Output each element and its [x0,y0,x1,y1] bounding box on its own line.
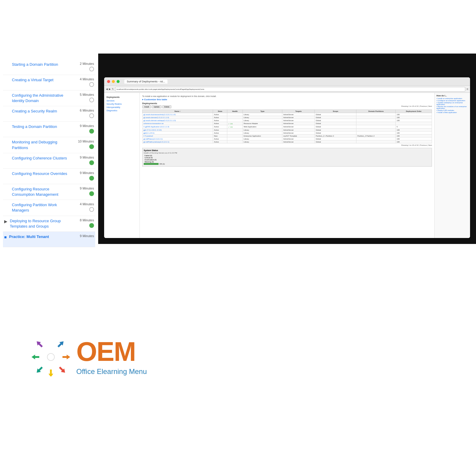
course-title[interactable]: Configuring Coherence Clusters [12,156,67,161]
table-row[interactable]: gjl.oracle.businessactivity(1.0,12.2.1.1… [143,113,432,116]
minutes-label: 9 Minutes [80,234,94,238]
how-do-item-4[interactable]: • Monitor the modules of an enterprise a… [436,106,468,109]
how-do-item-2[interactable]: • Configure an enterprise application [436,100,468,101]
sidebar-item-configuring-coherence-clusters[interactable]: Configuring Coherence Clusters 9 Minutes [3,153,95,169]
col-domain-partitions[interactable]: Domain Partitions [356,110,396,113]
sidebar-item-testing-domain-partition[interactable]: Testing a Domain Partition 9 Minutes [3,122,95,137]
minutes-label: 2 Minutes [80,62,94,65]
svg-marker-4 [62,355,70,359]
table-row[interactable]: coherence.transaction.rarActive✓ OKResou… [143,122,432,125]
how-do-item-6[interactable]: • Install a Web application [436,112,468,113]
browser-minimize-btn[interactable] [112,80,115,83]
svg-marker-2 [32,355,39,359]
table-row[interactable]: gjl.cldPlatory(1.0,12.2.1)ActiveLibraryA… [143,137,432,140]
table-row[interactable]: X gjDNS-Application (13.2.1.1.0)Active✓ … [143,125,432,129]
minutes-label: 6 Minutes [80,109,94,112]
course-title[interactable]: Creating a Security Realm [12,109,57,114]
table-row[interactable]: gjl.oracle.domain(1.0,12.2.1.1.0)ActiveL… [143,116,432,119]
minutes-label: 9 Minutes [80,124,94,128]
customize-link[interactable]: ▸ Customize this table [142,98,432,101]
how-do-item-1[interactable]: • Install an enterprise application [436,98,468,99]
course-title[interactable]: Configuring Resource Overrides [12,171,67,176]
course-title[interactable]: Practice: Multi Tenant [9,234,49,239]
deployments-subtitle: Deployments [142,102,432,105]
forward-btn[interactable]: ▶ [109,88,111,90]
sidebar-item-configuring-resource-consumption[interactable]: Configuring Resource Consumption Managem… [3,184,95,200]
address-bar[interactable]: localhost:t8/consolejsoracle.portlet.ntb… [115,87,465,92]
sidebar-item-diagnostics[interactable]: Diagnostics [104,109,140,112]
status-indicator [89,160,94,165]
label-overloaded: Overloaded (0) [145,159,156,161]
svg-marker-5 [35,366,44,375]
pagination-bottom[interactable]: Showing 1 to 18 of 32 | Previous | Next [142,144,432,146]
svg-marker-7 [58,366,67,375]
item-icon [4,140,10,145]
sidebar-item-creating-virtual-target[interactable]: Creating a Virtual Target 4 Minutes [3,75,95,90]
table-row[interactable]: gjl.cldPlatforynebstzpt1.9,12.2.1)Active… [143,140,432,143]
course-title[interactable]: Starting a Domain Partition [12,62,58,67]
item-icon [4,62,10,68]
col-targets[interactable]: Targets [282,110,315,113]
course-title[interactable]: Creating a Virtual Target [12,77,54,83]
sidebar-item-monitoring-debugging[interactable]: Monitoring and Debugging Partitions 10 M… [3,137,95,153]
sidebar-item-configuring-partition-work[interactable]: Configuring Partition Work Managers 4 Mi… [3,200,95,216]
status-indicator [89,82,94,87]
label-warning: Warning (0) [145,161,154,163]
course-title[interactable]: Configuring Partition Work Managers [12,202,70,213]
pagination-top[interactable]: Showing 1 to 18 of 32 | Previous | Next [401,105,432,108]
sidebar-item-services[interactable]: Services [104,99,140,102]
status-indicator [89,176,94,181]
item-icon [4,125,10,130]
sidebar-item-creating-security-realm[interactable]: Creating a Security Realm 6 Minutes [3,106,95,122]
how-do-item-3[interactable]: • Update (redeploy) an enterprise applic… [436,102,468,105]
action-buttons-row: Install Update Delete Showing 1 to 18 of… [142,105,432,108]
browser-tab[interactable]: Summary of Deployments - rst... [124,79,167,84]
item-icon [4,109,10,115]
reload-btn[interactable]: ↻ [112,88,114,90]
item-icon [4,156,10,162]
label-critical: Critical (0) [145,157,153,159]
minutes-label: 9 Minutes [80,156,94,159]
course-title[interactable]: Testing a Domain Partition [12,124,57,129]
course-title[interactable]: Deploying to Resource Group Templates an… [10,218,70,229]
status-indicator [89,144,94,149]
install-button[interactable]: Install [142,105,151,108]
table-row[interactable]: gjl.oracle.domain.webapp(1.0,12.2.1.1.3)… [143,119,432,122]
item-icon [4,203,10,208]
system-status-title: System Status [144,149,430,151]
menu-icon[interactable]: ☰ [466,88,468,90]
browser-close-btn[interactable] [107,80,110,83]
delete-button[interactable]: Delete [162,105,171,108]
status-indicator [89,191,94,196]
table-row[interactable]: X Tj-jredns2NewEnterprise ApplicationmyA… [143,134,432,137]
col-scope[interactable]: Scope [315,110,356,113]
course-title[interactable]: Configuring the Administrative Identity … [12,93,70,104]
update-button[interactable]: Update [152,105,162,108]
item-icon [4,187,10,192]
sidebar-item-security-realms[interactable]: Security Realms [104,102,140,106]
label-failed: Failed (0) [145,155,152,156]
sidebar-section-deployments: Deployments [104,95,140,99]
back-btn[interactable]: ◀ [106,88,108,90]
sidebar-item-configuring-resource-overrides[interactable]: Configuring Resource Overrides 9 Minutes [3,169,95,184]
sidebar-item-interoperability[interactable]: Interoperability [104,106,140,109]
sidebar-item-starting-domain-partition[interactable]: Starting a Domain Partition 2 Minutes [3,60,95,75]
browser-window: Summary of Deployments - rst... ◀ ▶ ↻ lo… [104,77,470,238]
minutes-label: 9 Minutes [80,187,94,190]
col-type[interactable]: Type [243,110,282,113]
how-do-item-5[interactable]: • Deploy EJB modules [436,109,468,111]
col-name[interactable]: Name ↕ [143,110,213,113]
table-row[interactable]: gjjrt(1.1,2.8.1)ActiveLibraryAdminServer… [143,131,432,134]
browser-maximize-btn[interactable] [117,80,120,83]
sidebar-item-configuring-admin-identity[interactable]: Configuring the Administrative Identity … [3,90,95,106]
sidebar-item-deploying-resource-group[interactable]: ▶ Deploying to Resource Group Templates … [3,216,95,232]
col-health[interactable]: Health [227,110,243,113]
col-state[interactable]: State [213,110,227,113]
col-order[interactable]: Deployment Order [396,110,432,113]
course-title[interactable]: Configuring Resource Consumption Managem… [12,187,70,197]
svg-marker-1 [57,340,65,349]
oem-letters: OEM [76,338,147,365]
course-title[interactable]: Monitoring and Debugging Partitions [12,140,70,150]
status-indicator [89,67,94,71]
table-row[interactable]: gjjrt (7.0,1.0,8.0,-3-3-0)ActiveLibraryA… [143,129,432,131]
